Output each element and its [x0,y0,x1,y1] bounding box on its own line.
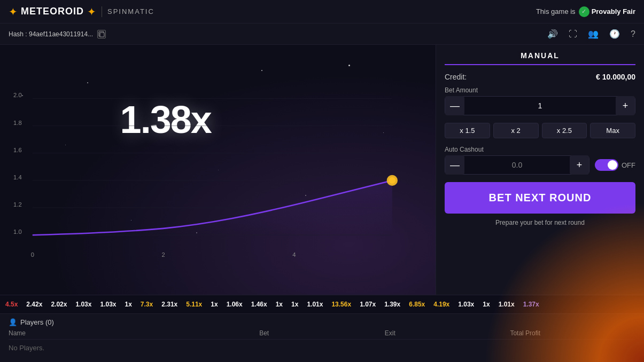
history-item: 1.06x [227,301,243,308]
history-bar: 4.5x 2.42x 2.02x 1.03x 1.03x 1x 7.3x 2.3… [0,295,644,314]
provably-fair-badge[interactable]: ✓ Provably Fair [579,6,635,17]
history-item: 6.85x [409,301,425,308]
ac-increase-button[interactable]: + [570,155,589,175]
copy-icon[interactable] [97,30,106,38]
svg-text:1.4: 1.4 [13,174,22,180]
auto-cashout-control: — + [445,155,589,175]
volume-icon[interactable]: 🔊 [547,29,558,39]
bet-amount-label: Bet Amount [445,86,635,94]
col-bet: Bet [259,329,385,337]
auto-cashout-label: Auto Cashout [445,146,635,153]
game-area: 1.38x 2.0 1.8 1.6 1.4 1.2 1.0 0 2 4 [0,45,436,295]
bet-increase-button[interactable]: + [616,96,635,115]
history-item: 1.03x [75,301,91,308]
svg-text:4: 4 [292,251,296,258]
toggle-label: OFF [622,161,635,169]
auto-cashout-input[interactable] [464,161,570,169]
bet-decrease-button[interactable]: — [445,96,464,115]
col-profit: Total Profit [510,329,635,337]
history-item: 1x [483,301,490,308]
mult-1-5-button[interactable]: x 1.5 [445,123,490,138]
history-item: 2.42x [26,301,42,308]
this-game-is-label: This game is [536,7,576,15]
header: ✦ METEOROID ✦ SPINMATIC This game is ✓ P… [0,0,644,23]
toggle-knob [608,160,617,170]
history-item: 1.46x [251,301,267,308]
clock-icon[interactable]: 🕐 [609,29,620,39]
col-exit: Exit [385,329,510,337]
history-item: 1.03x [100,301,116,308]
history-item: 1x [291,301,298,308]
col-name: Name [9,329,259,337]
logo-star2-icon: ✦ [87,5,96,18]
toggle-row: OFF [595,159,635,171]
history-item: 2.31x [161,301,177,308]
chart-container: 2.0 1.8 1.6 1.4 1.2 1.0 0 2 4 [11,88,425,279]
ac-decrease-button[interactable]: — [445,155,464,175]
history-item: 1.07x [360,301,376,308]
check-icon: ✓ [579,6,589,17]
history-item: 1x [276,301,283,308]
svg-text:1.8: 1.8 [13,120,22,126]
mult-2-5-button[interactable]: x 2.5 [542,123,587,138]
hash-bar: Hash : 94aef11ae43011914... 🔊 ⛶ 👥 🕐 ? [0,23,644,45]
mult-max-button[interactable]: Max [590,123,635,138]
main-content: 1.38x 2.0 1.8 1.6 1.4 1.2 1.0 0 2 4 [0,45,644,295]
bet-amount-input[interactable] [464,101,616,110]
users-icon[interactable]: 👥 [588,29,599,39]
bet-next-round-button[interactable]: BET NEXT ROUND [445,182,635,214]
players-header: 👤 Players (0) [9,318,635,326]
history-item: 1.01x [307,301,323,308]
svg-text:1.2: 1.2 [13,201,22,208]
hash-text: Hash : 94aef11ae43011914... [9,30,93,38]
header-left: ✦ METEOROID ✦ SPINMATIC [9,5,154,18]
right-panel: MANUAL Credit: € 10.000,00 Bet Amount — … [436,45,644,295]
history-item: 1x [211,301,218,308]
players-icon: 👤 [9,318,17,326]
svg-text:2: 2 [161,251,165,258]
logo-divider [102,6,102,17]
history-item: 1.37x [523,301,539,308]
prepare-text: Prepare your bet for next round [445,219,635,226]
credit-row: Credit: € 10.000,00 [445,73,635,81]
mult-2-button[interactable]: x 2 [493,123,539,138]
multiplier-buttons: x 1.5 x 2 x 2.5 Max [445,123,635,138]
bet-amount-section: Bet Amount — + [445,86,635,115]
players-panel: 👤 Players (0) Name Bet Exit Total Profit… [0,314,644,362]
players-count-label: Players (0) [20,318,54,326]
help-icon[interactable]: ? [631,29,635,39]
history-item: 1.39x [384,301,400,308]
header-right: This game is ✓ Provably Fair [536,6,635,17]
svg-point-18 [389,177,395,184]
hash-icons: 🔊 ⛶ 👥 🕐 ? [547,29,635,39]
provider-text: SPINMATIC [107,7,154,15]
history-item: 1x [125,301,131,308]
this-game-is: This game is ✓ Provably Fair [536,6,635,17]
logo-star-icon: ✦ [9,5,18,18]
history-item: 2.02x [51,301,67,308]
bet-amount-control: — + [445,96,635,115]
logo-text: METEOROID [21,6,84,17]
history-item: 4.19x [433,301,449,308]
history-item: 4.5x [5,301,18,308]
fullscreen-icon[interactable]: ⛶ [569,29,577,39]
tab-manual[interactable]: MANUAL [445,51,635,65]
auto-cashout-row: — + OFF [445,155,635,175]
svg-text:1.6: 1.6 [13,147,22,153]
provably-fair-label: Provably Fair [592,7,635,15]
svg-text:2.0: 2.0 [13,92,22,98]
history-item: 1.03x [458,301,474,308]
chart-svg: 2.0 1.8 1.6 1.4 1.2 1.0 0 2 4 [11,88,425,279]
history-item: 1.01x [499,301,515,308]
no-players-text: No Players. [9,342,635,352]
auto-cashout-toggle[interactable] [595,159,618,171]
hash-left: Hash : 94aef11ae43011914... [9,30,106,38]
auto-cashout-section: Auto Cashout — + OFF [445,144,635,175]
logo: ✦ METEOROID ✦ [9,5,96,18]
svg-text:0: 0 [31,251,34,258]
history-item: 13.56x [331,301,351,308]
players-columns: Name Bet Exit Total Profit [9,329,635,340]
credit-label: Credit: [445,73,467,81]
credit-value: € 10.000,00 [596,73,635,81]
history-item: 7.3x [141,301,153,308]
